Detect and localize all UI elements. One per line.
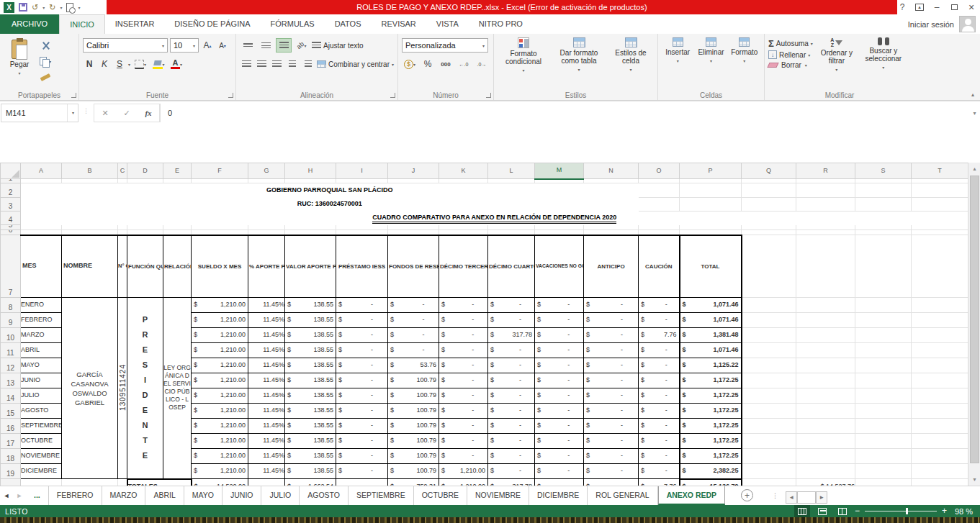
cell-H15[interactable]: $138.55 (285, 404, 336, 419)
sheet-tab--[interactable]: ... (26, 486, 49, 505)
cell-T11[interactable] (912, 343, 968, 358)
cell-J12[interactable]: $53.76 (388, 358, 439, 373)
cell-T14[interactable] (912, 388, 968, 404)
comma-format-button[interactable]: 000 (438, 57, 454, 71)
cell-S13[interactable] (855, 373, 912, 388)
save-icon[interactable] (19, 3, 27, 12)
cell-I15[interactable]: $- (336, 404, 388, 419)
cell-L14[interactable]: $- (488, 388, 535, 404)
cell-Q11[interactable] (742, 343, 796, 358)
cell-A13[interactable]: JUNIO (21, 373, 62, 388)
cell-K17[interactable]: $- (439, 434, 488, 449)
cell-L16[interactable]: $- (488, 419, 535, 434)
new-sheet-icon[interactable]: + (741, 489, 753, 501)
zoom-percentage[interactable]: 98 % (951, 507, 977, 516)
cell-empty[interactable] (118, 479, 127, 486)
table-header-B7[interactable]: NOMBRE (62, 235, 118, 298)
table-header-H7[interactable]: VALOR APORTE PERSONAL (285, 235, 336, 298)
cell-R17[interactable] (796, 434, 855, 449)
cell-T16[interactable] (912, 419, 968, 434)
format-cells-button[interactable]: Formato▾ (729, 36, 760, 90)
cell-J9[interactable]: $- (388, 313, 439, 328)
cell-R11[interactable] (796, 343, 855, 358)
cell-L10[interactable]: $317.78 (488, 328, 535, 343)
sheet-tab-anexo-redp[interactable]: ANEXO REDP (658, 486, 725, 505)
cell-J20[interactable]: $759.31 (388, 479, 439, 486)
italic-button[interactable]: K (98, 59, 111, 69)
cell-G19[interactable]: 11.45% (248, 464, 285, 479)
cell-O14[interactable]: $- (639, 388, 680, 404)
cell-empty[interactable] (163, 225, 192, 230)
sheet-tab-septiembre[interactable]: SEPTIEMBRE (349, 486, 414, 505)
orientation-button[interactable]: ab▾ (294, 38, 310, 53)
cell-Q20[interactable] (742, 479, 796, 486)
cell-S3[interactable] (855, 198, 912, 212)
cell-J15[interactable]: $100.79 (388, 404, 439, 419)
cell-O19[interactable]: $- (639, 464, 680, 479)
cell-S14[interactable] (855, 388, 912, 404)
row-header-3[interactable]: 3 (1, 198, 21, 212)
wrap-text-button[interactable]: Ajustar texto (312, 38, 364, 53)
format-as-table-button[interactable]: Dar formato como tabla▾ (552, 36, 606, 90)
row-header-11[interactable]: 11 (1, 343, 21, 358)
collapse-ribbon-icon[interactable]: ▴ (971, 91, 974, 98)
underline-button[interactable]: S (113, 59, 126, 69)
cell-K8[interactable]: $- (439, 298, 488, 313)
cell-R2[interactable] (796, 183, 855, 198)
cell-A8[interactable]: ENERO (21, 298, 62, 313)
cell-I14[interactable]: $- (336, 388, 388, 404)
cell-L11[interactable]: $- (488, 343, 535, 358)
table-header-L7[interactable]: DÉCIMO CUARTO SUELDO (488, 235, 535, 298)
cell-cedula[interactable]: 1309511424 (118, 298, 127, 479)
table-header-E7[interactable]: RELACIÓN DE TRABAJO (163, 235, 192, 298)
row-header-12[interactable]: 12 (1, 358, 21, 373)
cell-M9[interactable]: $- (535, 313, 584, 328)
cell-empty[interactable] (127, 230, 163, 235)
cell-F18[interactable]: $1,210.00 (192, 449, 248, 464)
cell-M8[interactable]: $- (535, 298, 584, 313)
column-header-H[interactable]: H (285, 163, 336, 179)
cell-H13[interactable]: $138.55 (285, 373, 336, 388)
cell-P9[interactable]: $1,071.46 (680, 313, 742, 328)
cell-H20[interactable]: $1,662.54 (285, 479, 336, 486)
cell-Q13[interactable] (742, 373, 796, 388)
cell-S20[interactable] (855, 479, 912, 486)
cell-L8[interactable]: $- (488, 298, 535, 313)
column-header-S[interactable]: S (855, 163, 912, 179)
cell-empty[interactable] (21, 479, 62, 486)
cell-O20[interactable]: $7.76 (639, 479, 680, 486)
cell-G9[interactable]: 11.45% (248, 313, 285, 328)
cell-T10[interactable] (912, 328, 968, 343)
cell-Q7[interactable] (742, 235, 796, 298)
page-break-view-button[interactable] (835, 505, 850, 517)
cell-H12[interactable]: $138.55 (285, 358, 336, 373)
cell-P19[interactable]: $2,382.25 (680, 464, 742, 479)
sheet-tab-octubre[interactable]: OCTUBRE (414, 486, 467, 505)
table-header-O7[interactable]: CAUCIÓN (639, 235, 680, 298)
cell-Q14[interactable] (742, 388, 796, 404)
cell-K13[interactable]: $- (439, 373, 488, 388)
align-middle-button[interactable] (258, 38, 274, 53)
percent-format-button[interactable]: % (420, 57, 436, 71)
cell-empty[interactable] (535, 230, 584, 235)
cell-styles-button[interactable]: Estilos de celda▾ (608, 36, 653, 90)
cell-M12[interactable]: $- (535, 358, 584, 373)
cell-M16[interactable]: $- (535, 419, 584, 434)
cell-J13[interactable]: $100.79 (388, 373, 439, 388)
table-header-A7[interactable]: MES (21, 235, 62, 298)
cell-N8[interactable]: $- (584, 298, 639, 313)
cell-O8[interactable]: $- (639, 298, 680, 313)
cell-I16[interactable]: $- (336, 419, 388, 434)
cell-empty[interactable] (388, 230, 439, 235)
cell-M17[interactable]: $- (535, 434, 584, 449)
alignment-dialog-launcher-icon[interactable] (390, 93, 395, 98)
hscroll-right-icon[interactable]: ► (816, 491, 827, 504)
cell-G10[interactable]: 11.45% (248, 328, 285, 343)
minimize-icon[interactable]: – (928, 0, 945, 14)
cell-I19[interactable]: $- (336, 464, 388, 479)
cell-K16[interactable]: $- (439, 419, 488, 434)
cell-P18[interactable]: $1,172.25 (680, 449, 742, 464)
cell-A17[interactable]: OCTUBRE (21, 434, 62, 449)
cell-empty[interactable] (62, 225, 118, 230)
cell-J18[interactable]: $100.79 (388, 449, 439, 464)
